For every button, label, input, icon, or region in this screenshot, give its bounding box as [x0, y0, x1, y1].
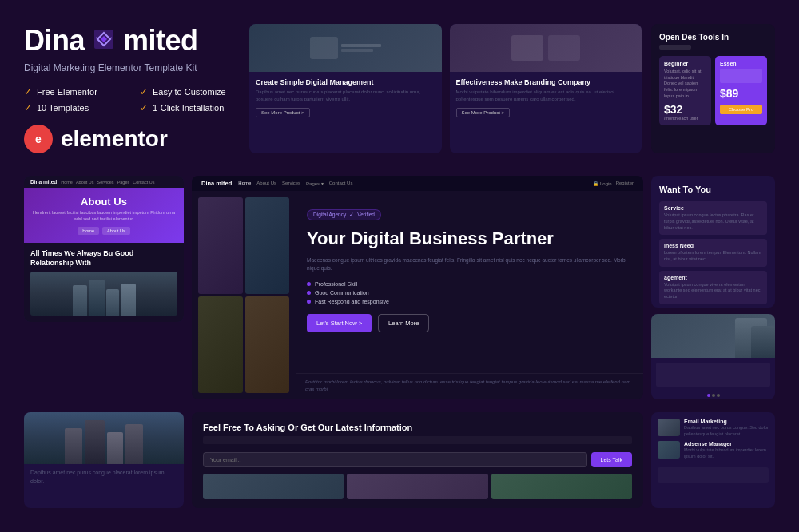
about-nav-logo: Dina mited [30, 179, 57, 185]
check-icon-1: ✓ [24, 86, 32, 97]
bsr-img-1 [658, 419, 680, 436]
ca-login: 🔒 Login [593, 181, 611, 186]
person-3 [106, 289, 119, 316]
cig-3 [198, 296, 243, 393]
badge-verified: Verified [357, 212, 375, 217]
pricing-cta-btn[interactable]: Choose Pro [720, 105, 762, 114]
pricing-period-1: /month each user [664, 116, 706, 121]
right-photo-panel [651, 314, 775, 399]
about-btn-about[interactable]: About Us [102, 227, 130, 235]
feature-label-1: Free Elementor [37, 87, 97, 97]
pricing-card-essential: Essen $89 Choose Pro [715, 56, 767, 125]
top-card-1-desc: Dapibus amet nec purus curvus placerat p… [256, 89, 435, 103]
brand-name-part1: Dina [24, 24, 85, 58]
bs-img-1 [203, 474, 344, 499]
feature-label-2: Easy to Customize [153, 87, 226, 97]
brand-subtitle: Digital Marketing Elementor Template Kit [24, 62, 240, 73]
about-btn-home[interactable]: Home [78, 227, 99, 235]
dot-3 [717, 394, 720, 397]
top-card-2: Effectiveness Make Branding Company Morb… [450, 24, 642, 153]
bsr-title-1: Email Marketing [684, 419, 769, 424]
pricing-subtitle [659, 45, 691, 50]
elementor-icon: e [24, 125, 53, 153]
want-item-3: agement Volutpat ipsum congue viverra el… [659, 271, 767, 304]
partner-features: Professional Skill Good Communication Fa… [307, 281, 632, 304]
main-container: Dina mited Digital Marketing Elementor T… [0, 0, 799, 532]
want-item-2: iness Need Lorem of ortem lorem tempus E… [659, 239, 767, 266]
pricing-price-2: $89 [720, 87, 762, 100]
about-nav-about: About Us [76, 180, 94, 185]
contact-submit-btn[interactable]: Lets Talk [591, 452, 633, 467]
wi-title-2: iness Need [664, 243, 762, 248]
bs-left-text: Dapibus amet nec purus congue placerat l… [24, 464, 184, 490]
feature-label-4: 1-Click Installation [153, 103, 224, 113]
features-grid: ✓ Free Elementor ✓ Easy to Customize ✓ 1… [24, 86, 240, 113]
pf-dot-2 [307, 291, 311, 295]
want-item-1: Service Volutpat ipsum congue lectus pha… [659, 201, 767, 235]
about-nav-links: Home About Us Services Pages Contact Us [61, 180, 154, 185]
elementor-text: elementor [61, 126, 168, 152]
contact-email-input[interactable] [203, 452, 587, 467]
center-nav-items: Home About Us Services Pages ▾ Contact U… [238, 181, 586, 186]
want-items: Service Volutpat ipsum congue lectus pha… [659, 201, 767, 304]
person-2 [89, 280, 105, 316]
bs-left-image [24, 412, 184, 464]
wi-desc-1: Volutpat ipsum congue lectus pharetra. R… [664, 212, 762, 231]
verified-icon: ✓ [349, 212, 354, 218]
top-card-1-title: Create Simple Digital Management [256, 78, 435, 86]
cig-1 [198, 197, 243, 294]
cta-learn-btn[interactable]: Learn More [378, 314, 429, 332]
bsr-img-2 [658, 441, 680, 459]
brand-block: Dina mited Digital Marketing Elementor T… [24, 24, 240, 153]
bottom-right-panel: Email Marketing Dapibus amet nec purus c… [651, 412, 775, 508]
top-card-1-btn[interactable]: See More Product > [256, 108, 310, 117]
bottom-center-panel: Feel Free To Asking Or Get Our Latest In… [192, 412, 643, 508]
bs-left-desc: Dapibus amet nec purus congue placerat l… [30, 469, 177, 486]
cta-start-btn[interactable]: Let's Start Now > [307, 314, 372, 332]
brand-title: Dina mited [24, 24, 240, 58]
always-title: All Times We Always Bu Good Relationship… [30, 249, 177, 268]
about-nav-pages: Pages [117, 180, 130, 185]
feature-free-elementor: ✓ Free Elementor [24, 86, 124, 97]
wi-desc-2: Lorem of ortem lorem tempus Elementum. N… [664, 250, 762, 262]
wi-desc-3: Volutpat ipsum congue viverra elementum … [664, 282, 762, 300]
cni-about: About Us [256, 181, 276, 186]
rb-desc [656, 363, 770, 387]
top-card-2-image [450, 24, 642, 72]
right-side-panels: Want To You Service Volutpat ipsum congu… [651, 176, 775, 399]
feature-label-3: 10 Templates [37, 103, 89, 113]
cni-pages: Pages ▾ [306, 181, 324, 186]
pf-item-2: Good Communication [307, 290, 632, 296]
always-photo [30, 272, 177, 316]
check-icon-2: ✓ [140, 86, 148, 97]
top-card-2-btn[interactable]: See More Product > [456, 108, 511, 117]
center-text-bottom: Porttitor morbi lorem lectus rhoncus, pu… [296, 373, 643, 399]
partner-desc: Maecenas congue ipsum ultrices gravida m… [307, 256, 632, 273]
ctb-text: Porttitor morbi lorem lectus rhoncus, pu… [305, 379, 634, 393]
bs-img-3 [491, 474, 632, 499]
rb-person-shape-2 [751, 326, 775, 358]
bs-images-row [203, 474, 632, 499]
rb-image [651, 314, 775, 358]
wi-title-1: Service [664, 205, 762, 211]
brand-logo-icon [91, 26, 117, 55]
bsr-text-2: Adsense Manager Morbi vulputate bibendum… [684, 441, 769, 459]
top-card-1-body: Create Simple Digital Management Dapibus… [249, 72, 442, 124]
middle-section: Dina mited Home About Us Services Pages … [24, 176, 775, 399]
about-nav: Dina mited Home About Us Services Pages … [24, 176, 184, 188]
digital-partner-panel: Dina mited Home About Us Services Pages … [192, 176, 643, 399]
rb-text-area [651, 358, 775, 391]
dot-1 [707, 394, 710, 397]
pf-dot-1 [307, 282, 311, 286]
cni-home: Home [238, 181, 251, 186]
about-nav-home: Home [61, 180, 73, 185]
bsr-item-2: Adsense Manager Morbi vulputate bibendum… [658, 441, 769, 459]
feature-templates: ✓ 10 Templates [24, 102, 124, 113]
feature-easy-customize: ✓ Easy to Customize [140, 86, 240, 97]
dot-2 [712, 394, 715, 397]
about-hero-title: About Us [30, 196, 177, 208]
cig-4 [245, 296, 290, 393]
bsr-desc-2: Morbi vulputate bibendum imperdiet lorem… [684, 447, 769, 459]
bsr-title-2: Adsense Manager [684, 441, 769, 447]
center-nav-bar: Dina mited Home About Us Services Pages … [192, 176, 643, 191]
